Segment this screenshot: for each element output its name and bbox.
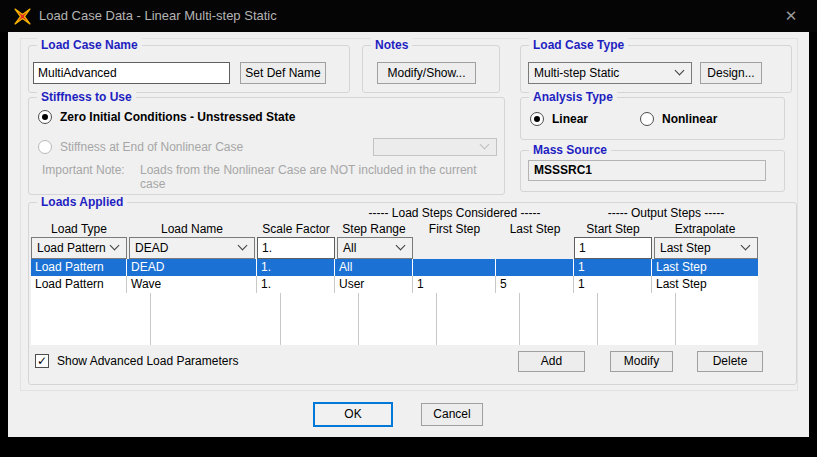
cell-last-step: 5 <box>496 276 574 293</box>
title-bar: Load Case Data - Linear Multi-step Stati… <box>0 0 817 32</box>
stiffness-end-nonlinear-label: Stiffness at End of Nonlinear Case <box>60 140 243 154</box>
chevron-down-icon <box>741 241 751 251</box>
load-case-name-group-title: Load Case Name <box>37 38 142 53</box>
cell-start-step: 1 <box>574 276 652 293</box>
delete-button[interactable]: Delete <box>697 351 763 372</box>
chevron-down-icon <box>110 241 120 251</box>
important-note-label: Important Note: <box>42 163 125 177</box>
cell-extrapolate: Last Step <box>652 259 758 276</box>
column-divider <box>150 293 151 345</box>
load-steps-considered-header: ----- Load Steps Considered ----- <box>335 206 574 220</box>
analysis-type-group-title: Analysis Type <box>529 90 617 105</box>
cell-step-range: User <box>335 276 413 293</box>
show-advanced-checkbox[interactable]: ✓ <box>35 354 49 368</box>
set-def-name-button[interactable]: Set Def Name <box>240 62 326 84</box>
radio-zero-initial-conditions[interactable] <box>38 110 52 124</box>
loads-applied-group-title: Loads Applied <box>37 195 127 210</box>
edit-load-type-value: Load Pattern <box>37 241 106 255</box>
table-row[interactable]: Load PatternWave1.User151Last Step <box>31 276 758 293</box>
edit-scale-factor-input[interactable]: 1. <box>257 237 335 259</box>
nonlinear-case-dropdown[interactable] <box>373 138 497 156</box>
column-header-scale-factor: Scale Factor <box>257 222 335 236</box>
cell-load-type: Load Pattern <box>31 276 127 293</box>
load-case-name-input[interactable]: MultiAdvanced <box>33 62 230 84</box>
nonlinear-label: Nonlinear <box>662 112 717 126</box>
chevron-down-icon <box>238 241 248 251</box>
column-divider <box>280 293 281 345</box>
dialog-body: Load Case Name MultiAdvanced Set Def Nam… <box>8 32 809 437</box>
notes-group-title: Notes <box>371 38 412 53</box>
design-button[interactable]: Design... <box>700 62 762 84</box>
load-case-type-dropdown[interactable]: Multi-step Static <box>528 62 692 84</box>
loads-table: Load PatternDEAD1.All1Last Step Load Pat… <box>31 259 758 345</box>
radio-nonlinear[interactable] <box>640 112 654 126</box>
sap2000-logo-icon <box>14 8 31 25</box>
window-title: Load Case Data - Linear Multi-step Stati… <box>39 8 277 23</box>
column-divider <box>675 293 676 345</box>
mass-source-field: MSSSRC1 <box>528 160 766 181</box>
edit-load-type-dropdown[interactable]: Load Pattern <box>31 237 127 259</box>
cell-scale-factor: 1. <box>257 259 335 276</box>
important-note-text: Loads from the Nonlinear Case are NOT in… <box>140 163 488 191</box>
column-header-start-step: Start Step <box>574 222 652 236</box>
check-icon: ✓ <box>37 354 47 368</box>
dialog-window: Load Case Data - Linear Multi-step Stati… <box>0 0 817 457</box>
table-row[interactable]: Load PatternDEAD1.All1Last Step <box>31 259 758 276</box>
column-header-last-step: Last Step <box>496 222 574 236</box>
column-divider <box>597 293 598 345</box>
radio-dot <box>42 114 48 120</box>
zero-initial-conditions-label: Zero Initial Conditions - Unstressed Sta… <box>60 110 295 124</box>
cell-step-range: All <box>335 259 413 276</box>
column-divider <box>519 293 520 345</box>
edit-extrapolate-value: Last Step <box>660 241 711 255</box>
column-header-extrapolate: Extrapolate <box>652 222 758 236</box>
modify-button[interactable]: Modify <box>610 351 673 372</box>
load-case-type-group-title: Load Case Type <box>529 38 628 53</box>
output-steps-header: ----- Output Steps ----- <box>574 206 758 220</box>
cell-load-name: DEAD <box>127 259 257 276</box>
add-button[interactable]: Add <box>518 351 585 372</box>
mass-source-group-title: Mass Source <box>529 143 611 158</box>
cell-load-name: Wave <box>127 276 257 293</box>
cell-first-step: 1 <box>413 276 496 293</box>
chevron-down-icon <box>675 66 685 76</box>
cancel-button[interactable]: Cancel <box>421 403 483 426</box>
edit-load-name-value: DEAD <box>135 241 168 255</box>
radio-stiffness-end-nonlinear[interactable] <box>38 140 52 154</box>
cell-last-step <box>496 259 574 276</box>
chevron-down-icon <box>480 140 490 150</box>
show-advanced-label: Show Advanced Load Parameters <box>57 354 238 368</box>
edit-start-step-input[interactable]: 1 <box>574 237 652 259</box>
cell-start-step: 1 <box>574 259 652 276</box>
edit-step-range-value: All <box>343 241 356 255</box>
chevron-down-icon <box>396 241 406 251</box>
cell-load-type: Load Pattern <box>31 259 127 276</box>
edit-load-name-dropdown[interactable]: DEAD <box>129 237 255 259</box>
linear-label: Linear <box>552 112 588 126</box>
notes-modify-show-button[interactable]: Modify/Show... <box>377 62 476 84</box>
radio-dot <box>534 116 540 122</box>
column-header-step-range: Step Range <box>335 222 413 236</box>
stiffness-group-title: Stiffness to Use <box>37 90 136 105</box>
ok-button[interactable]: OK <box>313 402 393 427</box>
cell-scale-factor: 1. <box>257 276 335 293</box>
radio-linear[interactable] <box>530 112 544 126</box>
column-header-load-type: Load Type <box>31 222 127 236</box>
cell-first-step <box>413 259 496 276</box>
close-icon[interactable]: ✕ <box>779 5 803 27</box>
edit-step-range-dropdown[interactable]: All <box>337 237 413 259</box>
cell-extrapolate: Last Step <box>652 276 758 293</box>
column-header-load-name: Load Name <box>127 222 257 236</box>
load-case-type-value: Multi-step Static <box>534 66 619 80</box>
column-divider <box>436 293 437 345</box>
edit-extrapolate-dropdown[interactable]: Last Step <box>654 237 758 259</box>
column-divider <box>358 293 359 345</box>
column-header-first-step: First Step <box>413 222 496 236</box>
